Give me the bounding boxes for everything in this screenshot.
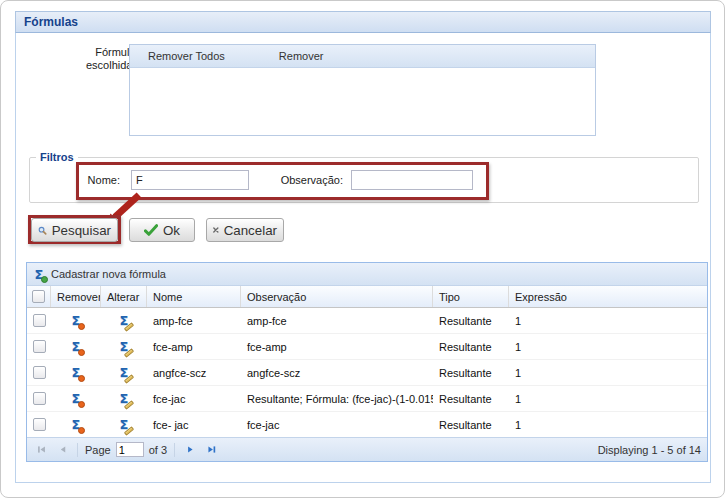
pager-separator	[174, 443, 175, 457]
row-checkbox[interactable]	[33, 340, 46, 353]
table-row: Σ Σ fce-jac Resultante; Fórmula: (fce-ja…	[27, 386, 707, 412]
displaying-status: Displaying 1 - 5 of 14	[598, 444, 701, 456]
cell-tipo: Resultante	[433, 360, 509, 385]
sigma-remove-icon[interactable]: Σ	[68, 365, 84, 381]
cell-observacao: Resultante; Fórmula: (fce-jac)-(1-0.015)	[241, 386, 433, 411]
cell-tipo: Resultante	[433, 308, 509, 333]
prev-page-icon	[57, 444, 68, 455]
cell-nome: fce-amp	[147, 334, 241, 359]
page-last-button[interactable]	[203, 442, 219, 458]
table-row: Σ Σ fce- jac fce-jac Resultante 1	[27, 412, 707, 438]
cell-nome: fce- jac	[147, 412, 241, 437]
cell-tipo: Resultante	[433, 412, 509, 437]
cell-observacao: fce-amp	[241, 334, 433, 359]
formulas-window: Fórmulas Fórmulas escolhidas: Remover To…	[15, 11, 711, 483]
cell-observacao: angfce-scz	[241, 360, 433, 385]
sigma-remove-icon[interactable]: Σ	[68, 313, 84, 329]
cell-nome: fce-jac	[147, 386, 241, 411]
cell-observacao: amp-fce	[241, 308, 433, 333]
ok-button[interactable]: Ok	[129, 218, 195, 242]
page-label: Page	[85, 444, 111, 456]
window-title: Fórmulas	[15, 11, 711, 33]
page-input[interactable]	[116, 442, 144, 457]
select-all-checkbox[interactable]	[32, 290, 45, 303]
formulas-dialog: Fórmulas Fórmulas escolhidas: Remover To…	[0, 0, 725, 498]
sigma-edit-icon[interactable]: Σ	[116, 365, 132, 381]
page-first-button[interactable]	[33, 442, 49, 458]
table-row: Σ Σ amp-fce amp-fce Resultante 1	[27, 308, 707, 334]
grid-toolbar: Σ Cadastrar nova fórmula	[27, 263, 707, 286]
next-page-icon	[185, 444, 196, 455]
formulas-grid: Σ Cadastrar nova fórmula Remover Alterar…	[26, 262, 708, 462]
ok-label: Ok	[163, 223, 180, 238]
magnifier-icon	[38, 224, 47, 237]
col-expressao[interactable]: Expressão	[509, 286, 707, 307]
remove-button[interactable]: Remover	[273, 48, 330, 64]
cell-nome: angfce-scz	[147, 360, 241, 385]
chosen-formulas-list[interactable]	[130, 68, 595, 136]
col-alterar[interactable]: Alterar	[101, 286, 147, 307]
cancelar-button[interactable]: Cancelar	[206, 218, 284, 242]
cell-expressao: 1	[509, 360, 707, 385]
cell-expressao: 1	[509, 308, 707, 333]
filters-legend: Filtros	[36, 151, 78, 163]
select-all-cell	[27, 286, 51, 307]
first-page-icon	[36, 444, 47, 455]
table-row: Σ Σ angfce-scz angfce-scz Resultante 1	[27, 360, 707, 386]
cancelar-label: Cancelar	[224, 223, 277, 238]
remove-all-button[interactable]: Remover Todos	[142, 48, 231, 64]
col-nome[interactable]: Nome	[147, 286, 241, 307]
chosen-formulas-toolbar: Remover Todos Remover	[130, 45, 595, 68]
chosen-formulas-panel: Remover Todos Remover	[129, 44, 596, 136]
window-body: Fórmulas escolhidas: Remover Todos Remov…	[15, 33, 711, 483]
pesquisar-button[interactable]: Pesquisar	[31, 218, 118, 242]
cadastrar-nova-formula-button[interactable]: Cadastrar nova fórmula	[51, 268, 166, 280]
cell-expressao: 1	[509, 334, 707, 359]
last-page-icon	[206, 444, 217, 455]
pager-separator	[77, 443, 78, 457]
cell-observacao: fce-jac	[241, 412, 433, 437]
page-next-button[interactable]	[182, 442, 198, 458]
grid-header: Remover Alterar Nome Observação Tipo Exp…	[27, 286, 707, 308]
col-tipo[interactable]: Tipo	[433, 286, 509, 307]
cell-nome: amp-fce	[147, 308, 241, 333]
table-row: Σ Σ fce-amp fce-amp Resultante 1	[27, 334, 707, 360]
x-icon	[213, 224, 219, 236]
row-checkbox[interactable]	[33, 418, 46, 431]
sigma-edit-icon[interactable]: Σ	[116, 417, 132, 433]
row-checkbox[interactable]	[33, 366, 46, 379]
sigma-remove-icon[interactable]: Σ	[68, 391, 84, 407]
cell-expressao: 1	[509, 412, 707, 437]
sigma-edit-icon[interactable]: Σ	[116, 339, 132, 355]
sigma-edit-icon[interactable]: Σ	[116, 313, 132, 329]
cell-tipo: Resultante	[433, 386, 509, 411]
grid-rows: Σ Σ amp-fce amp-fce Resultante 1	[27, 308, 707, 438]
col-remover[interactable]: Remover	[51, 286, 101, 307]
sigma-remove-icon[interactable]: Σ	[68, 417, 84, 433]
cell-expressao: 1	[509, 386, 707, 411]
paging-toolbar: Page of 3	[27, 437, 707, 461]
sigma-edit-icon[interactable]: Σ	[116, 391, 132, 407]
row-checkbox[interactable]	[33, 392, 46, 405]
page-prev-button[interactable]	[54, 442, 70, 458]
sigma-remove-icon[interactable]: Σ	[68, 339, 84, 355]
pesquisar-label: Pesquisar	[52, 223, 111, 238]
page-of-label: of 3	[149, 444, 167, 456]
chosen-formulas-label: Fórmulas escolhidas:	[46, 46, 141, 72]
row-checkbox[interactable]	[33, 314, 46, 327]
sigma-add-icon: Σ	[31, 266, 47, 282]
check-icon	[144, 224, 158, 236]
col-observacao[interactable]: Observação	[241, 286, 433, 307]
cell-tipo: Resultante	[433, 334, 509, 359]
